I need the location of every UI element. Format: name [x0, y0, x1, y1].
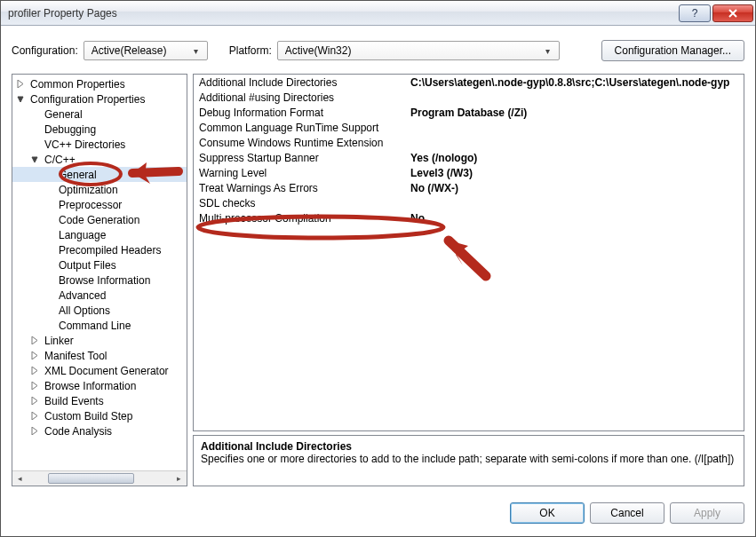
property-value[interactable]: Program Database (/Zi): [405, 105, 744, 120]
property-name: Debug Information Format: [194, 105, 405, 120]
property-row[interactable]: Debug Information FormatProgram Database…: [194, 105, 744, 120]
property-value[interactable]: [405, 120, 744, 135]
scroll-right-icon[interactable]: ▸: [171, 471, 187, 486]
configuration-label: Configuration:: [12, 44, 78, 57]
window-title: profiler Property Pages: [3, 7, 677, 20]
property-row[interactable]: Common Language RunTime Support: [194, 120, 744, 135]
platform-select[interactable]: Active(Win32) ▾: [277, 41, 560, 60]
property-value[interactable]: Yes (/nologo): [405, 150, 744, 165]
expand-expanded-icon[interactable]: [16, 94, 26, 104]
tree-item-ccpp-advanced[interactable]: Advanced: [12, 288, 187, 303]
tree-item-linker[interactable]: Linker: [12, 333, 187, 348]
tree-item-custom-build-step[interactable]: Custom Build Step: [12, 408, 187, 423]
property-name: Consume Windows Runtime Extension: [194, 135, 405, 150]
tree-item-build-events[interactable]: Build Events: [12, 393, 187, 408]
tree-pane: Common Properties Configuration Properti…: [12, 74, 187, 486]
chevron-down-icon: ▾: [189, 46, 203, 56]
property-row[interactable]: Warning LevelLevel3 (/W3): [194, 165, 744, 180]
dialog-footer: OK Cancel Apply: [1, 494, 755, 536]
description-heading: Additional Include Directories: [201, 440, 736, 453]
expand-collapsed-icon[interactable]: [30, 396, 40, 406]
config-bar: Configuration: Active(Release) ▾ Platfor…: [1, 26, 755, 74]
ok-button[interactable]: OK: [510, 502, 585, 524]
main-pane: Additional Include DirectoriesC:\Users\a…: [193, 74, 744, 486]
tree-item-ccpp-precompiled-headers[interactable]: Precompiled Headers: [12, 242, 187, 257]
property-value[interactable]: [405, 90, 744, 105]
property-tree[interactable]: Common Properties Configuration Properti…: [12, 75, 187, 470]
tree-item-ccpp-code-generation[interactable]: Code Generation: [12, 212, 187, 227]
property-pages-window: profiler Property Pages ? Configuration:…: [0, 0, 756, 537]
property-value[interactable]: [405, 195, 744, 210]
property-name: Suppress Startup Banner: [194, 150, 405, 165]
expand-collapsed-icon[interactable]: [30, 336, 40, 345]
tree-item-ccpp-output-files[interactable]: Output Files: [12, 257, 187, 272]
property-name: Additional #using Directories: [194, 90, 405, 105]
configuration-select[interactable]: Active(Release) ▾: [84, 41, 208, 60]
tree-item-general[interactable]: General: [12, 107, 187, 122]
property-name: Treat Warnings As Errors: [194, 180, 405, 195]
tree-item-vcpp-directories[interactable]: VC++ Directories: [12, 137, 187, 152]
expand-collapsed-icon[interactable]: [30, 351, 40, 360]
tree-item-xml-document-generator[interactable]: XML Document Generator: [12, 363, 187, 378]
property-name: Warning Level: [194, 165, 405, 180]
property-row[interactable]: Multi-processor CompilationNo: [194, 210, 744, 225]
tree-item-ccpp-browse-information[interactable]: Browse Information: [12, 272, 187, 288]
svg-text:?: ?: [692, 8, 698, 19]
property-row[interactable]: Consume Windows Runtime Extension: [194, 135, 744, 150]
property-row[interactable]: SDL checks: [194, 195, 744, 210]
titlebar: profiler Property Pages ?: [1, 1, 755, 26]
description-body: Specifies one or more directories to add…: [201, 453, 736, 465]
property-row[interactable]: Suppress Startup BannerYes (/nologo): [194, 150, 744, 165]
help-button[interactable]: ?: [679, 4, 711, 22]
property-name: Multi-processor Compilation: [194, 210, 405, 225]
property-value[interactable]: C:\Users\ategen\.node-gyp\0.8.8\src;C:\U…: [405, 75, 744, 90]
scroll-track[interactable]: [28, 471, 171, 486]
tree-item-ccpp-command-line[interactable]: Command Line: [12, 318, 187, 333]
tree-item-ccpp-preprocessor[interactable]: Preprocessor: [12, 197, 187, 212]
scroll-left-icon[interactable]: ◂: [12, 471, 28, 486]
property-value[interactable]: Level3 (/W3): [405, 165, 744, 180]
property-value[interactable]: [405, 135, 744, 150]
property-row[interactable]: Additional #using Directories: [194, 90, 744, 105]
expand-collapsed-icon[interactable]: [30, 366, 40, 375]
property-value[interactable]: No (/WX-): [405, 180, 744, 195]
configuration-select-value: Active(Release): [92, 44, 189, 57]
close-button[interactable]: [712, 4, 753, 22]
tree-item-configuration-properties[interactable]: Configuration Properties: [12, 91, 187, 107]
property-name: SDL checks: [194, 195, 405, 210]
scroll-thumb[interactable]: [48, 473, 134, 484]
expand-collapsed-icon[interactable]: [30, 426, 40, 436]
cancel-button[interactable]: Cancel: [590, 502, 664, 524]
platform-select-value: Active(Win32): [285, 44, 541, 57]
tree-item-ccpp-all-options[interactable]: All Options: [12, 303, 187, 318]
property-row[interactable]: Additional Include DirectoriesC:\Users\a…: [194, 75, 744, 90]
tree-item-ccpp-optimization[interactable]: Optimization: [12, 182, 187, 197]
tree-item-ccpp[interactable]: C/C++: [12, 152, 187, 167]
tree-horizontal-scrollbar[interactable]: ◂ ▸: [12, 470, 187, 486]
tree-item-browse-information[interactable]: Browse Information: [12, 378, 187, 393]
expand-collapsed-icon[interactable]: [30, 381, 40, 391]
body: Common Properties Configuration Properti…: [1, 74, 755, 494]
property-grid[interactable]: Additional Include DirectoriesC:\Users\a…: [193, 74, 744, 431]
description-panel: Additional Include Directories Specifies…: [193, 435, 744, 486]
tree-item-manifest-tool[interactable]: Manifest Tool: [12, 348, 187, 363]
apply-button[interactable]: Apply: [670, 502, 744, 524]
tree-item-common-properties[interactable]: Common Properties: [12, 76, 187, 91]
property-name: Common Language RunTime Support: [194, 120, 405, 135]
configuration-manager-button[interactable]: Configuration Manager...: [601, 40, 744, 61]
property-name: Additional Include Directories: [194, 75, 405, 90]
tree-item-ccpp-language[interactable]: Language: [12, 227, 187, 242]
property-value[interactable]: No: [405, 210, 744, 225]
expand-collapsed-icon[interactable]: [30, 411, 40, 421]
platform-label: Platform:: [229, 44, 272, 57]
tree-item-code-analysis[interactable]: Code Analysis: [12, 423, 187, 438]
expand-collapsed-icon[interactable]: [16, 79, 26, 89]
property-row[interactable]: Treat Warnings As ErrorsNo (/WX-): [194, 180, 744, 195]
chevron-down-icon: ▾: [541, 46, 555, 56]
tree-item-debugging[interactable]: Debugging: [12, 122, 187, 137]
tree-item-ccpp-general[interactable]: General: [12, 167, 187, 182]
expand-expanded-icon[interactable]: [30, 154, 40, 164]
